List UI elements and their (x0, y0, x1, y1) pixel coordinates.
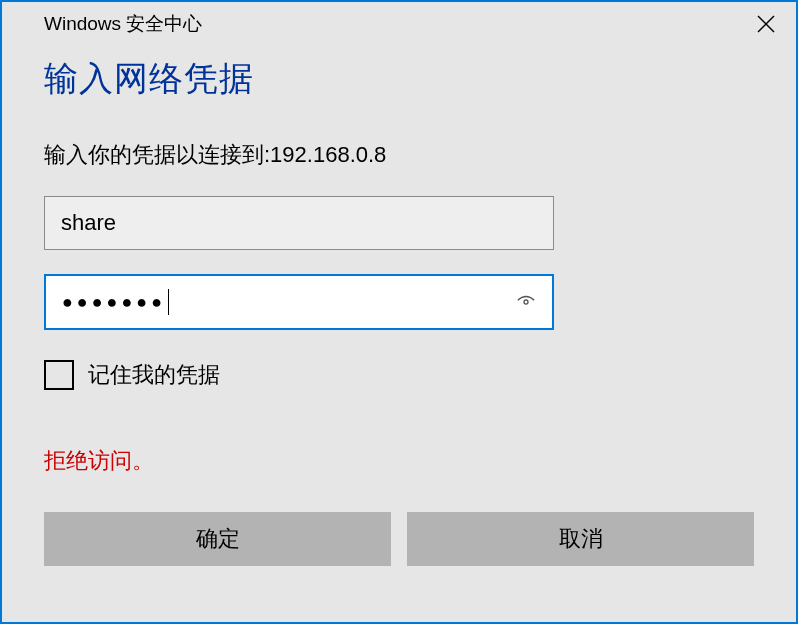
password-dots-text: ●●●●●●● (62, 292, 166, 313)
reveal-password-button[interactable] (514, 290, 538, 314)
username-row (44, 196, 754, 250)
password-row: ●●●●●●● (44, 274, 754, 330)
svg-point-2 (524, 300, 528, 304)
button-row: 确定 取消 (44, 512, 754, 566)
dialog-heading: 输入网络凭据 (44, 56, 754, 102)
remember-checkbox[interactable] (44, 360, 74, 390)
error-message: 拒绝访问。 (44, 446, 754, 476)
titlebar: Windows 安全中心 (2, 2, 796, 46)
cancel-button[interactable]: 取消 (407, 512, 754, 566)
close-button[interactable] (736, 2, 796, 46)
dialog-subheading: 输入你的凭据以连接到:192.168.0.8 (44, 140, 754, 170)
remember-label: 记住我的凭据 (88, 360, 220, 390)
username-input[interactable] (44, 196, 554, 250)
password-input[interactable]: ●●●●●●● (44, 274, 554, 330)
credential-dialog: Windows 安全中心 输入网络凭据 输入你的凭据以连接到:192.168.0… (0, 0, 798, 624)
text-caret (168, 289, 169, 315)
eye-icon (515, 291, 537, 313)
window-title: Windows 安全中心 (44, 11, 202, 37)
ok-button[interactable]: 确定 (44, 512, 391, 566)
remember-row: 记住我的凭据 (44, 360, 754, 390)
dialog-content: 输入网络凭据 输入你的凭据以连接到:192.168.0.8 ●●●●●●● 记住 (2, 46, 796, 566)
password-masked-value: ●●●●●●● (62, 289, 514, 315)
close-icon (757, 15, 775, 33)
